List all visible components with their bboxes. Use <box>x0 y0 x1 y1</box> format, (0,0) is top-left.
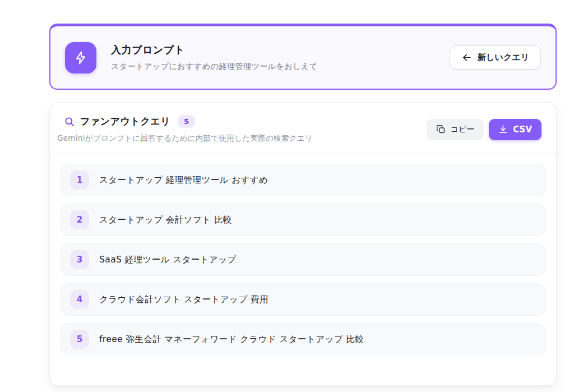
query-row: 5 freee 弥生会計 マネーフォワード クラウド スタートアップ 比較 <box>60 323 546 356</box>
fanout-card-description: Geminiがプロンプトに回答するために内部で使用した実際の検索クエリ <box>57 133 313 144</box>
arrow-left-icon <box>461 52 472 63</box>
query-text: freee 弥生会計 マネーフォワード クラウド スタートアップ 比較 <box>99 334 364 345</box>
query-text: スタートアップ 経理管理ツール おすすめ <box>99 174 268 186</box>
prompt-text: スタートアップにおすすめの経理管理ツールをおしえて <box>111 62 318 72</box>
new-query-button[interactable]: 新しいクエリ <box>450 45 541 70</box>
query-row: 4 クラウド会計ソフト スタートアップ 費用 <box>60 283 546 316</box>
csv-download-button[interactable]: CSV <box>489 119 541 140</box>
search-icon <box>64 116 75 127</box>
query-number-badge: 3 <box>70 250 89 269</box>
query-number-badge: 2 <box>70 210 89 229</box>
fanout-card-title: ファンアウトクエリ <box>80 115 170 128</box>
query-number-badge: 1 <box>70 170 89 190</box>
fanout-query-card: ファンアウトクエリ 5 Geminiがプロンプトに回答するために内部で使用した実… <box>49 102 557 386</box>
query-text: クラウド会計ソフト スタートアップ 費用 <box>99 294 269 306</box>
query-row: 1 スタートアップ 経理管理ツール おすすめ <box>60 164 546 196</box>
download-icon <box>498 124 508 134</box>
query-text: SaaS 経理ツール スタートアップ <box>99 254 237 266</box>
query-number-badge: 5 <box>70 330 89 349</box>
query-count-badge: 5 <box>178 115 195 128</box>
csv-button-label: CSV <box>513 124 532 135</box>
copy-button-label: コピー <box>451 124 475 135</box>
prompt-card-title: 入力プロンプト <box>111 43 318 57</box>
new-query-button-label: 新しいクエリ <box>478 52 529 63</box>
input-prompt-card: 入力プロンプト スタートアップにおすすめの経理管理ツールをおしえて 新しいクエリ <box>49 24 557 90</box>
lightning-bolt-icon <box>65 42 96 73</box>
query-list: 1 スタートアップ 経理管理ツール おすすめ 2 スタートアップ 会計ソフト 比… <box>50 153 556 366</box>
copy-button[interactable]: コピー <box>427 119 484 140</box>
query-text: スタートアップ 会計ソフト 比較 <box>99 214 232 226</box>
query-row: 3 SaaS 経理ツール スタートアップ <box>60 243 546 276</box>
query-number-badge: 4 <box>70 290 89 309</box>
query-row: 2 スタートアップ 会計ソフト 比較 <box>60 204 546 236</box>
copy-icon <box>436 124 446 134</box>
fanout-card-header: ファンアウトクエリ 5 Geminiがプロンプトに回答するために内部で使用した実… <box>50 103 556 153</box>
